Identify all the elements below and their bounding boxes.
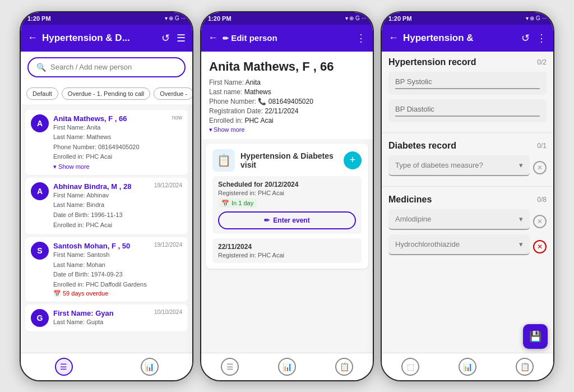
bottom-nav-visit-3[interactable]: 📋 (516, 358, 534, 376)
diabetes-title: Diabetes record (388, 141, 456, 151)
list-item[interactable]: A Abhinav Bindra, M , 28 19/12/2024 Firs… (25, 178, 188, 235)
patient-name: Abhinav Bindra, M , 28 (53, 182, 131, 191)
bp-diastolic-field[interactable]: BP Diastolic (388, 99, 547, 122)
bp-systolic-field[interactable]: BP Systolic (388, 72, 547, 95)
list-item[interactable]: A Anita Mathews, F , 66 now First Name: … (25, 110, 188, 176)
visit-icon-2: 📋 (335, 358, 353, 376)
patient-main-name: Anita Mathews, F , 66 (209, 59, 365, 74)
refresh-icon-1[interactable]: ↺ (161, 32, 170, 44)
patient-info: Abhinav Bindra, M , 28 19/12/2024 First … (53, 182, 182, 230)
edit-icon: ✏ (223, 34, 229, 43)
list-icon-2: ☰ (221, 358, 239, 376)
list-item[interactable]: S Santosh Mohan, F , 50 19/12/2024 First… (25, 237, 188, 302)
bottom-nav-1: ☰ 📊 (21, 353, 192, 380)
list-icon-3: ⬚ (401, 358, 419, 376)
patient-detail: First Name: AnitaLast Name: MathewsPhone… (53, 123, 182, 162)
amlodipine-field[interactable]: Amlodipine ▾ (388, 209, 530, 230)
status-bar-3: 1:20 PM ▾ ⊕ G ··· (382, 12, 553, 25)
clear-hydro-icon[interactable]: ✕ (533, 240, 547, 253)
status-bar-2: 1:20 PM ▾ ⊕ G ··· (201, 12, 373, 25)
avatar: A (31, 182, 49, 200)
phone-screen-3: 1:20 PM ▾ ⊕ G ··· ← Hypertension & ↺ ⋮ H… (381, 11, 554, 381)
patient-time: 10/10/2024 (154, 309, 182, 317)
bottom-nav-3: ⬚ 📊 📋 (382, 353, 553, 380)
screen-content-3: Hypertension record 0/2 BP Systolic BP D… (382, 52, 553, 353)
show-more-btn[interactable]: ▾ Show more (53, 163, 182, 170)
diabetes-header: Diabetes record 0/1 (388, 141, 547, 151)
divider-2 (382, 186, 553, 187)
filter-chip-overdue1[interactable]: Overdue - 1. Pending to call (62, 87, 150, 100)
refresh-icon-3[interactable]: ↺ (521, 32, 530, 44)
bottom-nav-stats-3[interactable]: 📊 (459, 358, 476, 376)
save-icon: 💾 (529, 330, 541, 343)
top-bar-2: ← ✏ Edit person ⋮ (201, 25, 373, 52)
stats-icon-3: 📊 (459, 358, 476, 376)
add-visit-btn[interactable]: + (344, 151, 362, 169)
diabetes-measure-field[interactable]: Type of diabetes measure? ▾ (388, 155, 530, 176)
filter-chip-overdue2[interactable]: Overdue - (154, 87, 192, 100)
search-icon-1: 🔍 (36, 63, 46, 72)
more-icon-2[interactable]: ⋮ (356, 32, 366, 44)
patient-detail: Last Name: Gupta (53, 317, 182, 328)
patient-time: 19/12/2024 (154, 242, 182, 250)
stats-icon: 📊 (141, 358, 159, 376)
patient-header: Anita Mathews, F , 66 First Name: Anita … (201, 52, 373, 139)
phone-number[interactable]: 📞 081649405020 (258, 98, 313, 105)
bottom-nav-visit-2[interactable]: 📋 (335, 358, 353, 376)
hypertension-title: Hypertension record (388, 57, 476, 67)
screen-container: 1:20 PM ▾ ⊕ G ··· ← Hypertension & D... … (20, 11, 554, 381)
amlodipine-field-row: Amlodipine ▾ ✕ (388, 209, 547, 234)
amlodipine-dropdown-arrow: ▾ (519, 215, 523, 223)
hydro-field[interactable]: Hydrochlorothiazide ▾ (388, 234, 530, 255)
list-item[interactable]: G First Name: Gyan 10/10/2024 Last Name:… (25, 305, 188, 333)
status-icons-2: ▾ ⊕ G ··· (345, 15, 366, 21)
dropdown-arrow-icon: ▾ (519, 161, 523, 169)
show-more-btn-2[interactable]: ▾ Show more (209, 126, 365, 133)
filter-row: Default Overdue - 1. Pending to call Ove… (21, 83, 192, 104)
visit-icon: 📋 (212, 149, 235, 172)
diabetes-section: Diabetes record 0/1 Type of diabetes mea… (382, 135, 553, 184)
patient-detail: First Name: AbhinavLast Name: BindraDate… (53, 191, 182, 230)
scheduled-info: Scheduled for 20/12/2024 Registered in: … (212, 176, 362, 234)
visit-card: 📋 Hypertension & Diabetes visit + Schedu… (206, 144, 368, 269)
back-icon-1[interactable]: ← (27, 32, 38, 44)
status-time-3: 1:20 PM (388, 15, 412, 22)
bottom-nav-list[interactable]: ☰ (55, 358, 73, 376)
search-bar[interactable]: 🔍 (27, 57, 186, 77)
filter-chip-default[interactable]: Default (26, 87, 58, 100)
clear-amlodipine-icon[interactable]: ✕ (533, 215, 547, 228)
screen-content-2: Anita Mathews, F , 66 First Name: Anita … (201, 52, 373, 353)
clear-diabetes-icon[interactable]: ✕ (533, 161, 547, 174)
top-bar-1: ← Hypertension & D... ↺ ☰ (21, 25, 192, 52)
phone-screen-1: 1:20 PM ▾ ⊕ G ··· ← Hypertension & D... … (20, 11, 193, 381)
diabetes-count: 0/1 (537, 142, 547, 150)
medicines-section: Medicines 0/8 Amlodipine ▾ ✕ Hydrochloro… (382, 189, 553, 263)
calendar-icon-2: 📅 (221, 200, 229, 207)
phone-screen-2: 1:20 PM ▾ ⊕ G ··· ← ✏ Edit person ⋮ Anit… (200, 11, 374, 381)
patient-name: First Name: Gyan (53, 309, 114, 317)
visit-title: Hypertension & Diabetes visit (240, 151, 338, 169)
enter-event-btn[interactable]: ✏ Enter event (218, 211, 356, 229)
top-bar-title-3: Hypertension & (403, 33, 517, 44)
menu-icon-1[interactable]: ☰ (177, 32, 186, 44)
bottom-nav-list-3[interactable]: ⬚ (401, 358, 419, 376)
top-bar-title-1: Hypertension & D... (42, 33, 157, 44)
bottom-nav-list-2[interactable]: ☰ (221, 358, 239, 376)
past-visit-date: 22/11/2024 (218, 243, 356, 251)
medicines-title: Medicines (388, 195, 432, 205)
bottom-nav-stats-2[interactable]: 📊 (278, 358, 296, 376)
more-icon-3[interactable]: ⋮ (536, 32, 547, 44)
in-days-badge: 📅 In 1 day (218, 199, 257, 208)
search-input[interactable] (50, 63, 177, 71)
back-icon-2[interactable]: ← (208, 32, 218, 44)
diabetes-measure-label: Type of diabetes measure? (395, 161, 483, 169)
bottom-nav-stats[interactable]: 📊 (141, 358, 159, 376)
search-bar-container: 🔍 (21, 52, 192, 83)
back-icon-3[interactable]: ← (388, 32, 399, 44)
bp-systolic-label: BP Systolic (395, 77, 540, 86)
hypertension-header: Hypertension record 0/2 (388, 57, 547, 67)
visit-icon-3: 📋 (516, 358, 534, 376)
save-fab[interactable]: 💾 (523, 324, 548, 349)
patient-info: Anita Mathews, F , 66 now First Name: An… (53, 114, 182, 170)
patient-field-phone: Phone Number: 📞 081649405020 (209, 98, 365, 105)
